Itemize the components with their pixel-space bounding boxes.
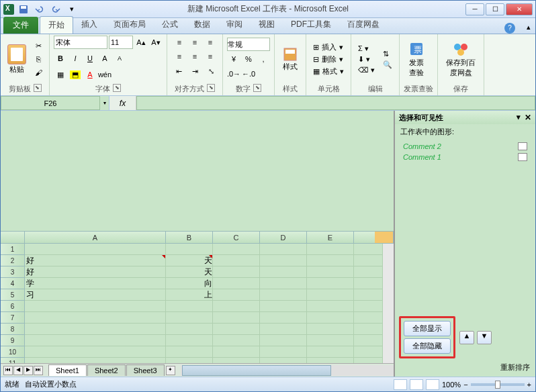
border-icon[interactable]: ▦ — [54, 68, 67, 81]
cell[interactable] — [260, 324, 307, 335]
formula-input[interactable] — [136, 96, 535, 110]
cell[interactable] — [25, 346, 166, 358]
cell[interactable] — [213, 301, 260, 312]
zoom-level[interactable]: 100% — [442, 381, 461, 389]
shape-item[interactable]: Comment 1 — [400, 152, 530, 162]
row-header[interactable]: 3 — [1, 266, 25, 278]
cell[interactable]: 天 — [166, 266, 213, 278]
cell-grid[interactable]: 好天好天学向习上 — [25, 244, 383, 364]
cell[interactable] — [260, 358, 307, 364]
zoom-slider[interactable] — [471, 383, 525, 386]
cell[interactable] — [166, 312, 213, 324]
cell[interactable] — [166, 335, 213, 346]
cell[interactable] — [260, 335, 307, 346]
invoice-button[interactable]: 票 发票 查验 — [404, 39, 429, 79]
first-sheet-icon[interactable]: ⏮ — [3, 366, 13, 375]
cell[interactable]: 好 — [25, 255, 166, 266]
file-tab[interactable]: 文件 — [3, 17, 38, 34]
cell[interactable] — [307, 301, 354, 312]
row-header[interactable]: 6 — [1, 301, 25, 312]
decrease-font-icon[interactable]: A▾ — [149, 36, 163, 49]
row-header[interactable]: 8 — [1, 324, 25, 335]
align-right-icon[interactable]: ≡ — [203, 50, 218, 63]
panel-dropdown-icon[interactable]: ▾ — [517, 113, 521, 122]
insert-cells-button[interactable]: ⊞ 插入 ▾ — [310, 42, 347, 53]
row-header[interactable]: 1 — [1, 244, 25, 255]
delete-cells-button[interactable]: ⊟ 删除 ▾ — [310, 54, 347, 65]
help-icon[interactable]: ? — [504, 23, 515, 34]
cell[interactable] — [213, 244, 260, 255]
underline-button[interactable]: U — [83, 52, 97, 65]
align-top-icon[interactable]: ≡ — [172, 36, 187, 49]
cell[interactable]: 好 — [25, 266, 166, 278]
row-header[interactable]: 11 — [1, 358, 25, 364]
cell[interactable] — [307, 278, 354, 289]
increase-indent-icon[interactable]: ⇥ — [187, 64, 202, 78]
cell[interactable] — [260, 301, 307, 312]
phonetic-icon[interactable]: wén — [98, 68, 111, 81]
ribbon-tab[interactable]: 审阅 — [218, 16, 251, 34]
font-name-select[interactable] — [54, 36, 107, 49]
cell[interactable]: 天 — [166, 255, 213, 266]
move-down-icon[interactable]: ▼ — [477, 331, 492, 344]
font-color-icon[interactable]: A — [83, 68, 97, 81]
alignment-launcher[interactable]: ⬊ — [207, 84, 215, 92]
shape-item[interactable]: Comment 2 — [400, 141, 530, 152]
cut-icon[interactable]: ✂ — [32, 40, 45, 52]
sheet-tab[interactable]: Sheet2 — [87, 364, 126, 376]
maximize-button[interactable]: ☐ — [486, 3, 504, 15]
comma-icon[interactable]: , — [257, 52, 270, 66]
clear-icon[interactable]: ⌫ ▾ — [355, 65, 377, 75]
cell[interactable] — [213, 335, 260, 346]
cell[interactable]: 向 — [166, 278, 213, 289]
ribbon-tab[interactable]: 视图 — [251, 16, 283, 34]
prev-sheet-icon[interactable]: ◀ — [13, 366, 23, 375]
column-header[interactable]: E — [307, 232, 354, 243]
cell[interactable] — [260, 266, 307, 278]
column-header-f-partial[interactable] — [375, 232, 394, 243]
decrease-indent-icon[interactable]: ⇤ — [171, 64, 186, 78]
select-all-corner[interactable] — [1, 232, 25, 243]
sheet-tab[interactable]: Sheet1 — [48, 364, 87, 376]
name-box-dropdown-icon[interactable]: ▾ — [100, 96, 109, 110]
zoom-out-icon[interactable]: − — [463, 381, 467, 389]
name-box[interactable] — [1, 96, 100, 110]
undo-icon[interactable] — [33, 3, 46, 16]
move-up-icon[interactable]: ▲ — [459, 331, 474, 344]
cell[interactable] — [260, 244, 307, 255]
new-sheet-icon[interactable]: ✦ — [166, 366, 175, 375]
page-layout-view-icon[interactable] — [410, 379, 423, 390]
cell[interactable] — [213, 266, 260, 278]
format-cells-button[interactable]: ▦ 格式 ▾ — [310, 66, 347, 77]
number-format-select[interactable] — [227, 38, 270, 51]
ribbon-tab[interactable]: 数据 — [186, 16, 218, 34]
horizontal-scrollbar[interactable] — [181, 365, 394, 376]
cell[interactable] — [213, 289, 260, 301]
column-header[interactable]: C — [213, 232, 260, 243]
styles-button[interactable]: 样式 — [279, 46, 302, 73]
normal-view-icon[interactable] — [394, 379, 407, 390]
zoom-in-icon[interactable]: + — [527, 381, 531, 389]
visibility-toggle-icon[interactable] — [518, 142, 527, 150]
autosum-icon[interactable]: Σ ▾ — [355, 44, 377, 54]
increase-decimal-icon[interactable]: .0→ — [227, 67, 240, 81]
cell[interactable] — [307, 289, 354, 301]
increase-font-icon[interactable]: A▴ — [134, 36, 148, 49]
cell[interactable]: 上 — [166, 289, 213, 301]
cell[interactable] — [307, 266, 354, 278]
column-header[interactable]: D — [260, 232, 307, 243]
cell[interactable] — [25, 324, 166, 335]
show-all-button[interactable]: 全部显示 — [404, 321, 451, 336]
cell[interactable] — [25, 335, 166, 346]
cell[interactable] — [307, 335, 354, 346]
ribbon-tab[interactable]: 插入 — [73, 16, 105, 34]
row-header[interactable]: 2 — [1, 255, 25, 266]
cell[interactable] — [213, 358, 260, 364]
bold-button[interactable]: B — [54, 52, 67, 65]
next-sheet-icon[interactable]: ▶ — [24, 366, 33, 375]
cell[interactable] — [260, 278, 307, 289]
row-header[interactable]: 7 — [1, 312, 25, 324]
redo-icon[interactable] — [49, 3, 62, 16]
number-launcher[interactable]: ⬊ — [253, 84, 261, 92]
decrease-font-alt[interactable]: A — [113, 52, 126, 65]
